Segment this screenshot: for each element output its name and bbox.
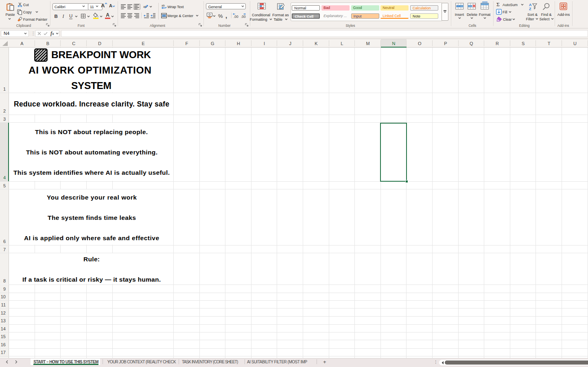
svg-text:A: A: [529, 3, 532, 7]
svg-text:Z: Z: [529, 7, 531, 11]
svg-text:ab: ab: [162, 4, 165, 7]
svg-text:A: A: [106, 12, 109, 18]
